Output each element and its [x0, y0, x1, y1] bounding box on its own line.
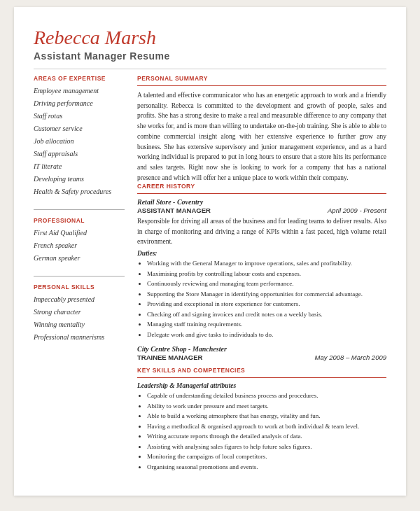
skill-item: Capable of understanding detailed busine…	[147, 391, 386, 401]
skill-item: Writing accurate reports through the det…	[147, 432, 386, 442]
main-layout: AREAS OF EXPERTISE Employee managementDr…	[34, 75, 386, 476]
expertise-item: IT literate	[34, 162, 125, 172]
professional-item: German speaker	[34, 253, 125, 263]
expertise-list: Employee managementDriving performanceSt…	[34, 86, 125, 197]
job-entry: Retail Store - CoventryASSISTANT MANAGER…	[137, 198, 386, 340]
job-role-line: ASSISTANT MANAGERApril 2009 - Present	[137, 206, 386, 214]
expertise-heading: AREAS OF EXPERTISE	[34, 75, 125, 82]
resume-page: Rebecca Marsh Assistant Manager Resume A…	[14, 7, 406, 496]
skill-item: Ability to work under pressure and meet …	[147, 402, 386, 412]
candidate-name: Rebecca Marsh	[34, 27, 386, 49]
key-skills-heading: KEY SKILLS AND COMPETENCIES	[137, 367, 386, 374]
personal-skill-item: Strong character	[34, 307, 125, 317]
duty-item: Supporting the Store Manager in identify…	[147, 290, 386, 300]
career-history-heading: CAREER HISTORY	[137, 183, 386, 190]
sidebar-divider-1	[34, 209, 125, 210]
expertise-item: Staff rotas	[34, 111, 125, 121]
expertise-item: Job allocation	[34, 136, 125, 146]
duty-item: Providing and exceptional in store exper…	[147, 300, 386, 309]
professional-list: First Aid QualifiedFrench speakerGerman …	[34, 228, 125, 263]
resume-title: Assistant Manager Resume	[34, 50, 386, 62]
job-description: Responsible for driving all areas of the…	[137, 216, 386, 246]
header: Rebecca Marsh Assistant Manager Resume	[34, 27, 386, 62]
duty-item: Continuously reviewing and managing team…	[147, 279, 386, 289]
professional-item: First Aid Qualified	[34, 228, 125, 238]
skills-subheading: Leadership & Managerial attributes	[137, 382, 386, 389]
sidebar: AREAS OF EXPERTISE Employee managementDr…	[34, 75, 125, 476]
job-entry: City Centre Shop - ManchesterTRAINEE MAN…	[137, 345, 386, 361]
expertise-item: Employee management	[34, 86, 125, 96]
career-history-divider	[137, 193, 386, 194]
duties-heading: Duties:	[137, 250, 386, 257]
personal-skills-list: Impeccably presentedStrong characterWinn…	[34, 295, 125, 342]
personal-summary-divider	[137, 85, 386, 86]
personal-summary-text: A talented and effective communicator wh…	[137, 90, 386, 183]
content: PERSONAL SUMMARY A talented and effectiv…	[137, 75, 386, 476]
professional-item: French speaker	[34, 241, 125, 251]
expertise-item: Driving performance	[34, 99, 125, 108]
job-dates: April 2009 - Present	[328, 206, 386, 214]
personal-skills-heading: PERSONAL SKILLS	[34, 284, 125, 290]
expertise-item: Developing teams	[34, 174, 125, 184]
job-employer: City Centre Shop - Manchester	[137, 345, 386, 353]
sidebar-divider-2	[34, 276, 125, 276]
duty-item: Working with the General Manager to impr…	[147, 259, 386, 269]
skill-item: Able to build a working atmosphere that …	[147, 412, 386, 421]
job-employer: Retail Store - Coventry	[137, 198, 386, 206]
duty-item: Checking off and signing invoices and cr…	[147, 310, 386, 320]
skill-item: Assisting with analysing sales figures t…	[147, 442, 386, 452]
professional-heading: PROFESSIONAL	[34, 217, 125, 224]
jobs-list: Retail Store - CoventryASSISTANT MANAGER…	[137, 198, 386, 361]
personal-skill-item: Professional mannerisms	[34, 332, 125, 342]
personal-skill-item: Impeccably presented	[34, 295, 125, 304]
skill-item: Monitoring the campaigns of local compet…	[147, 452, 386, 462]
header-divider	[34, 69, 386, 69]
skills-subsection: Leadership & Managerial attributesCapabl…	[137, 382, 386, 472]
skills-bullet-list: Capable of understanding detailed busine…	[137, 391, 386, 472]
personal-skill-item: Winning mentality	[34, 320, 125, 330]
job-role: ASSISTANT MANAGER	[137, 206, 211, 214]
personal-summary-section: PERSONAL SUMMARY A talented and effectiv…	[137, 75, 386, 183]
key-skills-divider	[137, 377, 386, 378]
duty-item: Delegate work and give tasks to individu…	[147, 330, 386, 340]
skill-item: Organising seasonal promotions and event…	[147, 463, 386, 472]
personal-skills-section: PERSONAL SKILLS Impeccably presentedStro…	[34, 284, 125, 342]
job-role-line: TRAINEE MANAGERMay 2008 – March 2009	[137, 354, 386, 361]
duty-item: Maximising profits by controlling labour…	[147, 270, 386, 279]
professional-section: PROFESSIONAL First Aid QualifiedFrench s…	[34, 217, 125, 263]
key-skills-section: KEY SKILLS AND COMPETENCIES Leadership &…	[137, 367, 386, 472]
duty-item: Managing staff training requirements.	[147, 320, 386, 330]
expertise-item: Staff appraisals	[34, 149, 125, 159]
expertise-item: Health & Safety procedures	[34, 187, 125, 197]
job-dates: May 2008 – March 2009	[315, 354, 386, 361]
duties-list: Working with the General Manager to impr…	[137, 259, 386, 340]
career-history-section: CAREER HISTORY Retail Store - CoventryAS…	[137, 183, 386, 361]
job-role: TRAINEE MANAGER	[137, 354, 202, 361]
skills-list: Leadership & Managerial attributesCapabl…	[137, 382, 386, 472]
personal-summary-heading: PERSONAL SUMMARY	[137, 75, 386, 82]
expertise-item: Customer service	[34, 124, 125, 134]
skill-item: Having a methodical & organised approach…	[147, 422, 386, 432]
expertise-section: AREAS OF EXPERTISE Employee managementDr…	[34, 75, 125, 197]
